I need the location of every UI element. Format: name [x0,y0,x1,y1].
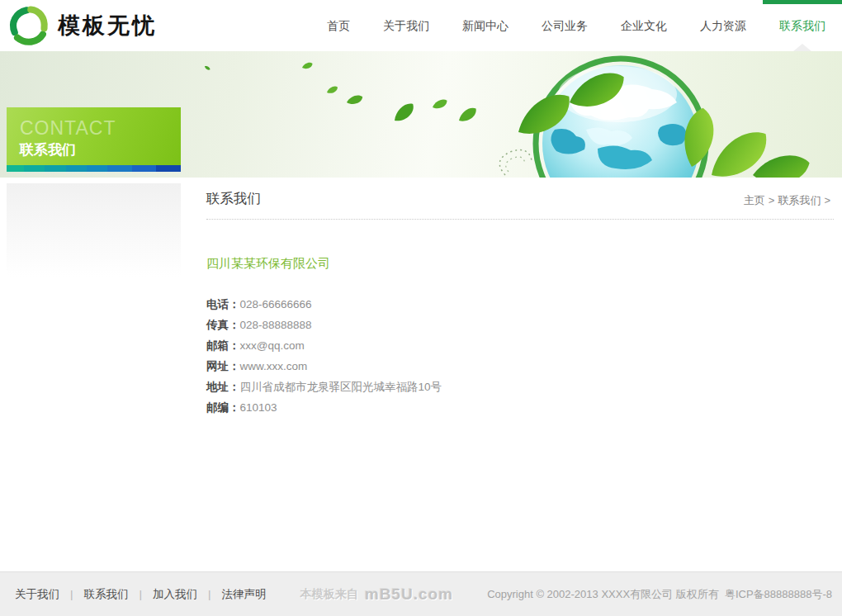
breadcrumb-separator: > [769,194,775,206]
footer-link-legal[interactable]: 法律声明 [222,588,267,600]
banner-title-cn: 联系我们 [20,140,181,159]
nav-item-home[interactable]: 首页 [310,0,367,51]
contact-row-zipcode: 邮编：610103 [206,397,834,418]
content-area: 联系我们 主页>联系我们> 四川某某环保有限公司 电话：028-66666666… [0,178,842,571]
banner-color-bar [7,165,181,172]
mb5u-watermark: 本模板来自 mB5U.com [300,585,453,604]
contact-value: www.xxx.com [240,360,308,372]
contact-row-fax: 传真：028-88888888 [206,315,834,335]
breadcrumb-home-link[interactable]: 主页 [744,194,765,206]
watermark-prefix: 本模板来自 [300,587,358,602]
nav-item-news[interactable]: 新闻中心 [446,0,525,51]
footer-separator: | [70,588,73,600]
banner-title-en: CONTACT [20,117,181,140]
contact-label: 地址： [206,381,240,393]
logo-knot-icon [7,4,50,47]
page: 模板无忧 首页 关于我们 新闻中心 公司业务 企业文化 人力资源 联系我们 [0,0,842,616]
footer-links: 关于我们|联系我们|加入我们|法律声明 [15,587,267,602]
footer-separator: | [208,588,211,600]
breadcrumb-current-link[interactable]: 联系我们 [778,194,821,206]
page-head: 联系我们 主页>联系我们> [206,178,834,220]
contact-label: 电话： [206,298,240,310]
nav-item-culture[interactable]: 企业文化 [604,0,684,51]
contact-value: xxx@qq.com [240,339,305,352]
footer-separator: | [140,588,143,600]
contact-value: 028-88888888 [240,319,312,331]
contact-row-website: 网址：www.xxx.com [206,356,834,377]
company-name: 四川某某环保有限公司 [206,256,834,272]
main-panel: 联系我们 主页>联系我们> 四川某某环保有限公司 电话：028-66666666… [206,178,834,418]
main-nav: 首页 关于我们 新闻中心 公司业务 企业文化 人力资源 联系我们 [310,0,842,51]
copyright: Copyright © 2002-2013 XXXX有限公司 版权所有 粤ICP… [487,587,832,602]
banner-title-panel: CONTACT 联系我们 [7,107,181,165]
contact-value: 028-66666666 [240,298,312,310]
contact-row-email: 邮箱：xxx@qq.com [206,335,834,356]
site-name: 模板无忧 [58,11,157,40]
contact-value: 610103 [240,401,277,414]
sidebar-placeholder [7,183,181,277]
page-title: 联系我们 [206,190,261,208]
contact-row-phone: 电话：028-66666666 [206,294,834,315]
mb5u-logo[interactable]: mB5U.com [365,585,453,604]
breadcrumb-separator: > [824,194,830,206]
contact-label: 邮编： [206,401,240,414]
contact-value: 四川省成都市龙泉驿区阳光城幸福路10号 [240,381,442,393]
breadcrumb: 主页>联系我们> [744,193,834,208]
nav-item-contact[interactable]: 联系我们 [763,0,842,51]
nav-item-business[interactable]: 公司业务 [525,0,604,51]
footer-link-contact[interactable]: 联系我们 [84,588,129,600]
nav-item-about[interactable]: 关于我们 [367,0,446,51]
contact-row-address: 地址：四川省成都市龙泉驿区阳光城幸福路10号 [206,377,834,397]
site-logo[interactable]: 模板无忧 [0,0,157,51]
contact-label: 传真： [206,319,240,331]
nav-item-hr[interactable]: 人力资源 [684,0,763,51]
contact-info-list: 电话：028-66666666 传真：028-88888888 邮箱：xxx@q… [206,294,834,418]
banner: CONTACT 联系我们 [0,51,842,178]
page-banner-title-box: CONTACT 联系我们 [7,107,181,172]
footer: 关于我们|联系我们|加入我们|法律声明 本模板来自 mB5U.com Copyr… [0,571,842,616]
header: 模板无忧 首页 关于我们 新闻中心 公司业务 企业文化 人力资源 联系我们 [0,0,842,51]
footer-link-join[interactable]: 加入我们 [153,588,197,600]
footer-link-about[interactable]: 关于我们 [15,588,59,600]
contact-label: 邮箱： [206,339,240,352]
contact-label: 网址： [206,360,240,372]
